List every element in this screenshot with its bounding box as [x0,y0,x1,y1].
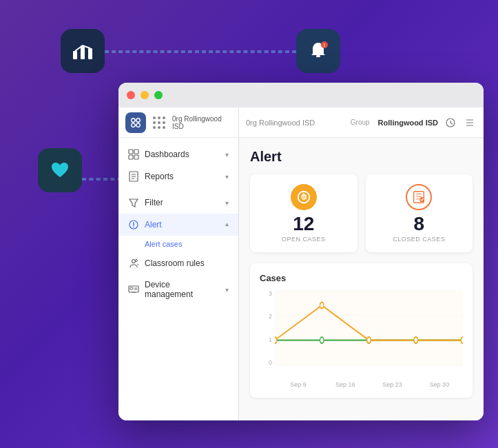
svg-rect-16 [129,155,133,159]
closed-cases-card: 8 CLOSED CASES [366,174,473,252]
bell-floating-icon: ! [296,29,340,73]
alert-cases-label: Alert cases [145,240,182,248]
chart-title: Cases [260,273,463,283]
svg-rect-2 [88,48,92,59]
group-label: Group [351,119,370,126]
sidebar-item-filter[interactable]: Filter ▾ [118,192,238,214]
app-window: 0rg Rollingwood ISD Dashboards ▾ [118,83,484,420]
clock-icon[interactable] [444,116,457,130]
sidebar: 0rg Rollingwood ISD Dashboards ▾ [118,108,239,420]
x-label-sep30: Sep 30 [416,381,463,388]
heart-floating-icon [38,148,82,192]
svg-text:!: ! [324,43,325,48]
page-title: Alert [250,149,473,165]
dashboards-label: Dashboards [145,150,220,159]
svg-point-24 [133,227,134,228]
svg-line-34 [450,123,453,124]
content-header: 0rg Rollingwood ISD Group Rollingwood IS… [239,108,484,138]
open-cases-icon [291,184,317,210]
minimize-button[interactable] [141,91,149,99]
svg-point-9 [136,123,140,126]
svg-rect-15 [134,150,138,154]
chart-svg-container [275,290,463,366]
device-management-chevron: ▾ [225,286,229,294]
dashboards-chevron: ▾ [225,151,229,159]
svg-point-59 [414,337,417,343]
svg-rect-17 [134,155,138,159]
grid-menu-icon[interactable] [153,116,165,129]
sidebar-item-alert[interactable]: Alert ▾ [118,214,238,236]
svg-point-52 [320,337,324,343]
chart-floating-icon [61,29,105,73]
sidebar-header: 0rg Rollingwood ISD [118,108,238,138]
sidebar-item-device-management[interactable]: Device management ▾ [118,274,238,305]
y-label-0: 0 [260,359,272,366]
svg-point-6 [132,118,135,121]
x-label-sep23: Sep 23 [369,381,416,388]
sidebar-item-dashboards[interactable]: Dashboards ▾ [118,143,238,165]
sidebar-item-classroom-rules[interactable]: Classroom rules [118,252,238,274]
chart-y-labels: 3 2 1 0 [260,290,272,366]
closed-cases-icon [406,184,432,210]
y-label-2: 2 [260,313,272,320]
open-cases-card: 12 OPEN CASES [250,174,357,252]
connector-line-h1 [105,50,296,53]
header-breadcrumb: 0rg Rollingwood ISD [246,119,315,127]
reports-chevron: ▾ [225,173,229,181]
reports-label: Reports [145,172,220,181]
svg-rect-0 [73,51,77,59]
svg-rect-28 [130,287,133,289]
device-management-label: Device management [145,280,220,299]
svg-point-7 [136,118,140,121]
svg-point-8 [132,123,135,126]
sidebar-item-alert-cases[interactable]: Alert cases [118,236,238,252]
closed-cases-number: 8 [413,214,424,234]
filter-label: Filter [145,198,220,207]
svg-point-56 [275,337,277,343]
alert-chevron: ▾ [225,221,229,229]
alert-label: Alert [145,220,220,230]
group-name: Rollingwood ISD [378,119,438,127]
svg-point-26 [136,260,138,262]
svg-point-57 [320,303,324,309]
org-breadcrumb: 0rg Rollingwood ISD [172,115,231,130]
chart-area: 3 2 1 0 [260,290,463,380]
svg-point-60 [461,337,463,343]
titlebar [118,83,484,108]
y-label-1: 1 [260,336,272,343]
cases-chart-section: Cases 3 2 1 0 [250,263,473,398]
sidebar-item-reports[interactable]: Reports ▾ [118,165,238,187]
svg-rect-14 [129,150,133,154]
close-button[interactable] [127,91,135,99]
app-logo [125,112,146,133]
alert-cards-row: 12 OPEN CASES [250,174,473,252]
svg-point-58 [367,337,371,343]
sidebar-navigation: Dashboards ▾ Reports ▾ [118,138,238,420]
y-label-3: 3 [260,290,272,297]
open-cases-label: OPEN CASES [282,236,326,243]
main-content: Alert [239,138,484,420]
classroom-rules-label: Classroom rules [145,258,229,268]
svg-rect-3 [316,55,320,57]
svg-marker-50 [275,290,463,366]
maximize-button[interactable] [154,91,163,99]
filter-chevron: ▾ [225,199,229,207]
chart-svg [275,290,463,366]
chart-x-labels: Sep 9 Sep 16 Sep 23 Sep 30 [260,381,463,388]
closed-cases-label: CLOSED CASES [393,236,445,243]
open-cases-number: 12 [293,214,314,234]
x-label-sep16: Sep 16 [322,381,369,388]
x-label-sep9: Sep 9 [275,381,322,388]
svg-point-25 [132,260,136,263]
list-icon[interactable] [463,116,477,130]
svg-rect-1 [81,45,85,59]
svg-marker-22 [129,199,138,207]
